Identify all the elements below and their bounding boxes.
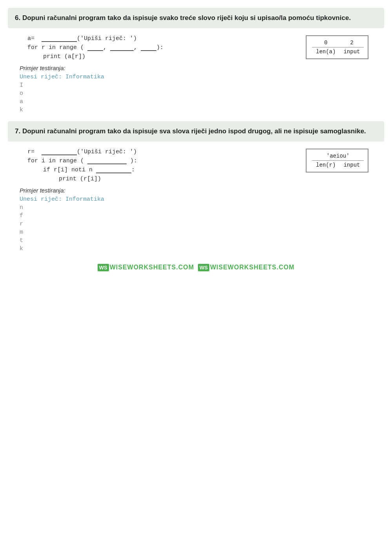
hint-q6-r2c2: input bbox=[339, 47, 364, 56]
example-block-q7: Unesi riječ: Informatika n f r m t k bbox=[20, 196, 372, 252]
blank-q6-2[interactable] bbox=[87, 45, 103, 51]
example-q7-line-2: f bbox=[20, 213, 372, 219]
primjer-label-q6: Primjer testiranja: bbox=[20, 65, 384, 71]
blank-q7-3[interactable] bbox=[96, 167, 131, 173]
example-q6-line-4: k bbox=[20, 107, 372, 113]
blank-q6-4[interactable] bbox=[141, 45, 156, 51]
example-block-q6: Unesi riječ: Informatika I o a k bbox=[20, 74, 372, 113]
hint-q7-r2c1: len(r) bbox=[312, 160, 339, 169]
footer-ws-badge-2: WS bbox=[198, 264, 209, 271]
hint-q6-r1c2: 2 bbox=[339, 38, 364, 47]
hint-q7-r2c2: input bbox=[339, 160, 364, 169]
hint-q7-r1: 'aeiou' bbox=[312, 152, 364, 161]
hint-q6-r2c1: len(a) bbox=[312, 47, 339, 56]
hint-box-q7: 'aeiou' len(r) input bbox=[306, 149, 368, 173]
question-7-text: 7. Dopuni računalni program tako da ispi… bbox=[15, 127, 366, 135]
footer-logo-text-1: WISEWORKSHEETS.COM bbox=[110, 264, 194, 271]
example-q7-line-4: m bbox=[20, 229, 372, 236]
example-q7-line-0: Unesi riječ: Informatika bbox=[20, 196, 372, 203]
question-6-header: 6. Dopuni računalni program tako da ispi… bbox=[8, 8, 384, 28]
blank-q7-2[interactable] bbox=[87, 158, 127, 164]
question-7-code-section: r= ('Upiši riječ: ') for i in range ( ):… bbox=[8, 149, 384, 182]
example-q7-line-5: t bbox=[20, 237, 372, 244]
example-q7-line-6: k bbox=[20, 245, 372, 252]
example-q6-line-1: I bbox=[20, 82, 372, 89]
example-q6-line-2: o bbox=[20, 90, 372, 97]
hint-q6-r1c1: 0 bbox=[312, 38, 339, 47]
blank-q6-1[interactable] bbox=[42, 36, 77, 42]
example-q6-line-3: a bbox=[20, 98, 372, 105]
code-line-q7-4: print (r[i]) bbox=[59, 176, 380, 182]
footer-ws-badge-1: WS bbox=[98, 264, 109, 271]
primjer-label-q7: Primjer testiranja: bbox=[20, 187, 384, 194]
example-q6-line-0: Unesi riječ: Informatika bbox=[20, 74, 372, 80]
example-q7-line-3: r bbox=[20, 221, 372, 227]
question-6-code-section: a= ('Upiši riječ: ') for r in range ( , … bbox=[8, 35, 384, 60]
hint-box-q6: 0 2 len(a) input bbox=[306, 35, 368, 59]
blank-q7-1[interactable] bbox=[42, 149, 77, 155]
blank-q6-3[interactable] bbox=[110, 45, 134, 51]
example-q7-line-1: n bbox=[20, 204, 372, 211]
footer: WS WISEWORKSHEETS.COM WS WISEWORKSHEETS.… bbox=[8, 264, 384, 271]
footer-logo-2: WS WISEWORKSHEETS.COM bbox=[198, 264, 294, 271]
footer-logo-1: WS WISEWORKSHEETS.COM bbox=[98, 264, 194, 271]
footer-logo-text-2: WISEWORKSHEETS.COM bbox=[210, 264, 294, 271]
question-6-text: 6. Dopuni računalni program tako da ispi… bbox=[15, 14, 351, 22]
question-7-header: 7. Dopuni računalni program tako da ispi… bbox=[8, 121, 384, 142]
